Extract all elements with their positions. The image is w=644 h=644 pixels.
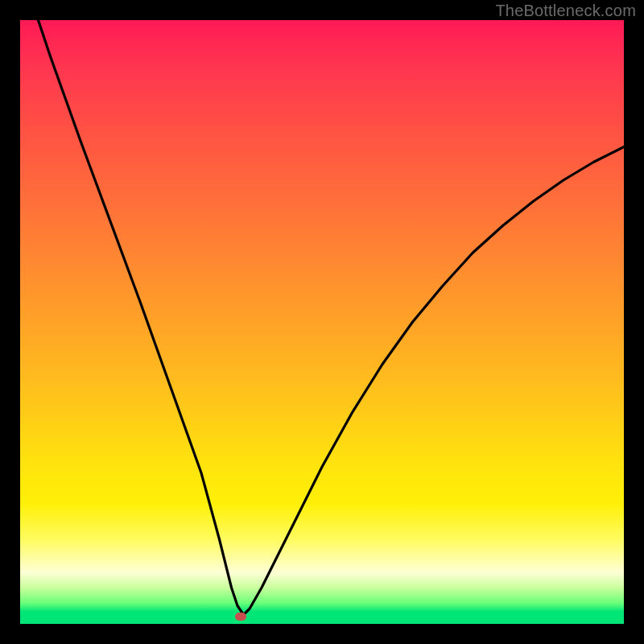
bottleneck-curve xyxy=(20,20,624,624)
watermark-text: TheBottleneck.com xyxy=(495,2,636,20)
optimal-point-marker xyxy=(235,613,246,621)
plot-area xyxy=(20,20,624,624)
chart-frame: TheBottleneck.com xyxy=(0,0,644,644)
